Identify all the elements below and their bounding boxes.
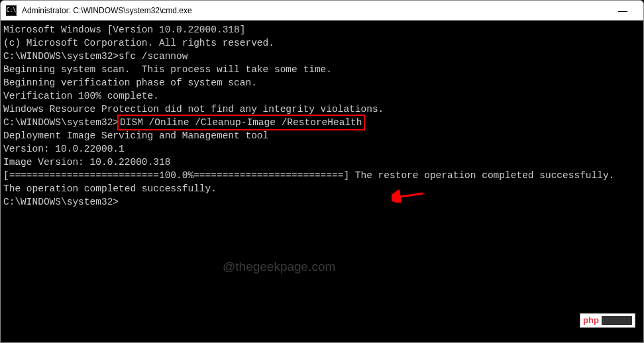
output-line: Version: 10.0.22000.1 — [3, 142, 641, 156]
window-titlebar: C:\ Administrator: C:\WINDOWS\system32\c… — [1, 1, 643, 21]
badge-label: php — [583, 314, 602, 327]
prompt: C:\WINDOWS\system32> — [3, 117, 119, 128]
output-line: The operation completed successfully. — [3, 182, 641, 195]
highlighted-command: DISM /Online /Cleanup-Image /RestoreHeal… — [117, 115, 364, 130]
terminal-output[interactable]: Microsoft Windows [Version 10.0.22000.31… — [1, 21, 643, 342]
output-line: Windows Resource Protection did not find… — [3, 103, 641, 116]
output-line: Beginning verification phase of system s… — [3, 76, 641, 89]
output-line: Microsoft Windows [Version 10.0.22000.31… — [3, 23, 641, 36]
watermark-text: @thegeekpage.com — [223, 260, 335, 273]
output-line: Image Version: 10.0.22000.318 — [3, 156, 641, 169]
site-badge: php — [580, 313, 635, 328]
annotation-arrow-icon — [392, 189, 425, 203]
command-text: sfc /scannow — [119, 51, 188, 62]
output-line: Deployment Image Servicing and Managemen… — [3, 129, 641, 142]
command-text: DISM /Online /Cleanup-Image /RestoreHeal… — [120, 117, 362, 128]
prompt-line: C:\WINDOWS\system32>sfc /scannow — [3, 50, 641, 63]
minimize-button[interactable]: — — [608, 1, 638, 21]
svg-line-1 — [397, 193, 423, 197]
output-line: Beginning system scan. This process will… — [3, 63, 641, 76]
prompt-line: C:\WINDOWS\system32> — [3, 195, 641, 209]
prompt-line: C:\WINDOWS\system32>DISM /Online /Cleanu… — [3, 116, 641, 129]
prompt: C:\WINDOWS\system32> — [3, 197, 119, 207]
output-line: [==========================100.0%=======… — [3, 169, 641, 182]
window-controls: — — [608, 1, 638, 21]
prompt: C:\WINDOWS\system32> — [3, 51, 119, 62]
window-title: Administrator: C:\WINDOWS\system32\cmd.e… — [22, 6, 608, 15]
output-line: (c) Microsoft Corporation. All rights re… — [3, 36, 641, 50]
badge-obscured — [602, 316, 632, 325]
output-line: Verification 100% complete. — [3, 89, 641, 103]
cmd-icon: C:\ — [6, 5, 17, 16]
